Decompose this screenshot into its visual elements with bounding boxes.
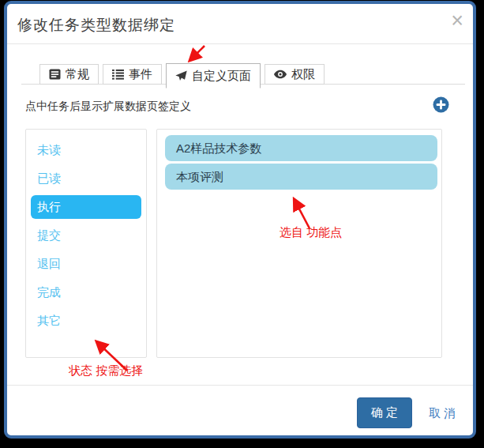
annotation-pages-note: 选自 功能点 [280,225,342,240]
tab-label: 常规 [66,67,89,82]
tab-label: 事件 [129,67,152,82]
status-item-unread[interactable]: 未读 [26,136,146,164]
binding-instruction-text: 点中任务后显示扩展数据页签定义 [25,100,191,114]
list-icon [112,69,124,80]
list-alt-icon [49,69,61,80]
tab-permissions[interactable]: 权限 [265,64,325,85]
bound-page-item[interactable]: 本项评测 [165,164,437,190]
tab-bar: 常规 事件 自定义页面 [39,64,325,88]
paper-plane-icon [175,70,187,81]
bound-pages-panel: A2样品技术参数 本项评测 [156,129,442,358]
plus-circle-icon[interactable] [433,96,449,113]
status-item-return[interactable]: 退回 [26,250,146,278]
status-list: 未读 已读 执行 提交 退回 完成 其它 [25,129,147,358]
footer-divider [7,385,473,386]
close-icon[interactable]: × [451,10,463,32]
status-item-other[interactable]: 其它 [26,307,146,335]
tab-events[interactable]: 事件 [103,64,162,85]
tab-general[interactable]: 常规 [39,64,99,85]
tab-label: 权限 [291,67,315,82]
bound-page-item[interactable]: A2样品技术参数 [165,135,437,161]
tab-label: 自定义页面 [192,69,251,84]
status-item-read[interactable]: 已读 [26,164,146,193]
status-item-complete[interactable]: 完成 [26,278,146,307]
ok-button[interactable]: 确 定 [357,397,412,428]
eye-icon [274,70,287,79]
tab-custom-page[interactable]: 自定义页面 [166,63,261,88]
status-item-submit[interactable]: 提交 [26,221,146,250]
status-item-execute[interactable]: 执行 [31,195,141,219]
annotation-status-note: 状态 按需选择 [69,363,143,378]
dialog-title: 修改任务类型数据绑定 [17,15,175,36]
cancel-button[interactable]: 取 消 [429,397,456,428]
header-divider [7,43,473,44]
